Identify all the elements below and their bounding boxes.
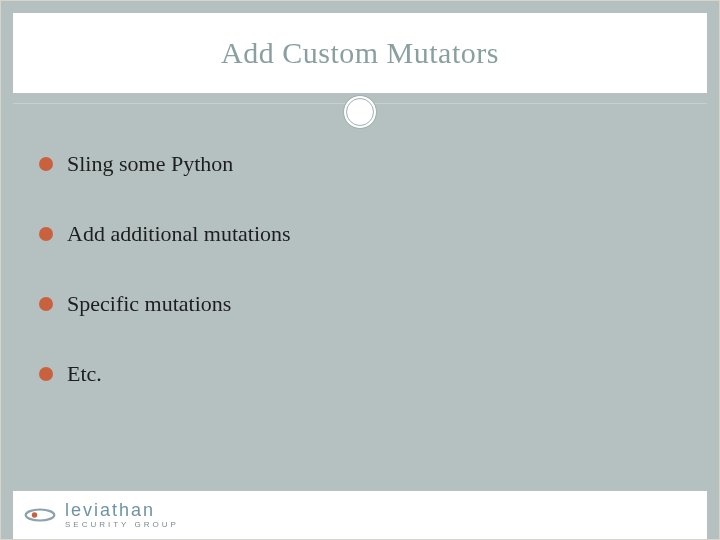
bullet-icon <box>39 367 53 381</box>
svg-point-1 <box>32 512 38 518</box>
list-item: Sling some Python <box>39 151 681 177</box>
logo-text: leviathan SECURITY GROUP <box>65 501 179 529</box>
bullet-icon <box>39 227 53 241</box>
bullet-icon <box>39 157 53 171</box>
slide: Add Custom Mutators Sling some Python Ad… <box>0 0 720 540</box>
list-item: Specific mutations <box>39 291 681 317</box>
bullet-list: Sling some Python Add additional mutatio… <box>39 151 681 431</box>
list-item: Add additional mutations <box>39 221 681 247</box>
list-item-text: Etc. <box>67 361 102 387</box>
ring-ornament-icon <box>343 95 377 129</box>
logo-subtitle: SECURITY GROUP <box>65 521 179 529</box>
bullet-icon <box>39 297 53 311</box>
list-item-text: Sling some Python <box>67 151 233 177</box>
logo-name: leviathan <box>65 501 179 519</box>
list-item-text: Specific mutations <box>67 291 231 317</box>
logo-mark-icon <box>23 504 57 526</box>
list-item-text: Add additional mutations <box>67 221 291 247</box>
title-band: Add Custom Mutators <box>13 13 707 93</box>
list-item: Etc. <box>39 361 681 387</box>
logo: leviathan SECURITY GROUP <box>23 501 179 529</box>
slide-title: Add Custom Mutators <box>221 36 499 70</box>
footer-band: leviathan SECURITY GROUP <box>13 491 707 539</box>
svg-point-0 <box>26 510 55 521</box>
